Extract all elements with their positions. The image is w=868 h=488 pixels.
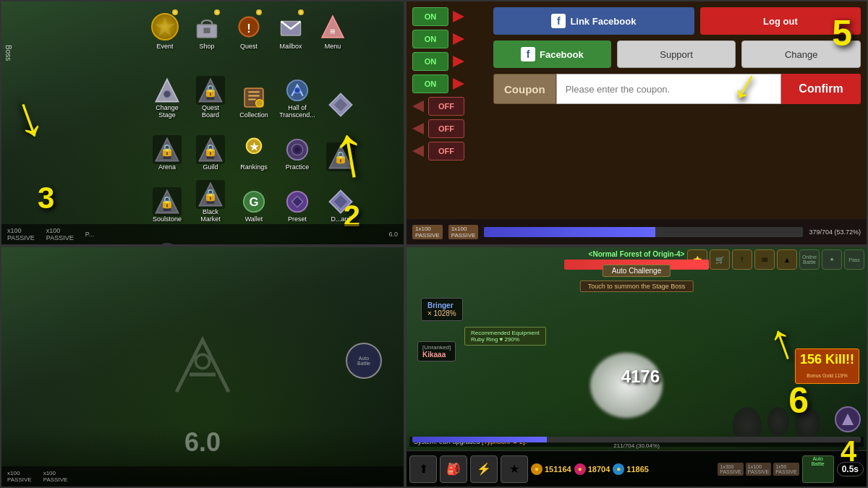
facebook-button[interactable]: f Facebook bbox=[493, 40, 611, 68]
enemy-stat: × 1028% bbox=[427, 309, 456, 317]
summon-btn[interactable]: ★ bbox=[501, 455, 528, 483]
mini-shop-icon[interactable]: 🛒 bbox=[710, 249, 730, 270]
passive-2: x100PASSIVE bbox=[46, 227, 74, 241]
auto-battle-btn-br[interactable]: AutoBattle bbox=[802, 455, 834, 483]
menu-item-event[interactable]: Event bbox=[146, 12, 184, 50]
grid-item-soulstone[interactable]: 🔒 Soulstone bbox=[146, 174, 188, 225]
toggle-row-3: ON bbox=[412, 52, 464, 71]
online-battle-icon[interactable]: OnlineBattle bbox=[799, 249, 820, 270]
progress-bar-br: 211/704 (30.04%) bbox=[407, 435, 867, 450]
toggle-5[interactable]: OFF bbox=[428, 97, 464, 116]
support-button[interactable]: Support bbox=[617, 40, 736, 68]
toggle-3[interactable]: ON bbox=[412, 52, 448, 71]
menu-item-quest[interactable]: ! Quest bbox=[230, 12, 268, 50]
number-5-label: 5 bbox=[832, 12, 852, 54]
passive-badge-2: 1x100PASSIVE bbox=[448, 225, 479, 239]
svg-rect-1 bbox=[204, 28, 210, 34]
menu-item-shop[interactable]: Shop bbox=[188, 12, 226, 50]
preset-icon[interactable] bbox=[835, 406, 861, 432]
toggle-row-5: OFF bbox=[412, 97, 464, 116]
menu-item-menu[interactable]: ≡ Menu bbox=[314, 12, 352, 50]
inventory-btn[interactable]: 🎒 bbox=[440, 455, 467, 483]
passive-b1: 1x300PASSIVE bbox=[718, 463, 743, 476]
toggle-row-6: OFF bbox=[412, 119, 464, 138]
auto-challenge[interactable]: Auto Challenge bbox=[603, 265, 671, 277]
svg-text:!: ! bbox=[247, 22, 251, 35]
bottom-game-bar: ⬆ 🎒 ⚡ ★ ● 151164 ● 18704 ● 11865 1x300PA… bbox=[407, 450, 867, 487]
ruby-resource: ● 18704 bbox=[574, 463, 610, 475]
grid-item-wallet[interactable]: G Wallet bbox=[233, 174, 275, 225]
mini-quest-icon[interactable]: ! bbox=[732, 249, 752, 270]
grid-item-practice[interactable]: Practice bbox=[276, 122, 318, 173]
damage-number: 4176 bbox=[621, 367, 660, 387]
top-right-panel: ON ON ON ON OFF OFF bbox=[405, 0, 868, 246]
menu-item-mailbox[interactable]: Mailbox bbox=[272, 12, 310, 50]
skill-btn[interactable]: ⚡ bbox=[470, 455, 498, 483]
collection-label: Collection bbox=[239, 112, 268, 119]
upgrade-btn[interactable]: ⬆ bbox=[409, 455, 437, 483]
lock-icon: 🔒 bbox=[153, 187, 182, 216]
svg-text:G: G bbox=[250, 196, 259, 210]
grid-item-blackmarket[interactable]: 🔒 BlackMarket bbox=[190, 174, 231, 225]
toggle-2[interactable]: ON bbox=[412, 30, 448, 48]
grid-item-guild[interactable]: 🔒 Guild bbox=[190, 122, 231, 173]
mini-menu-icon[interactable]: ▲ bbox=[777, 249, 797, 270]
questboard-label: QuestBoard bbox=[202, 105, 219, 119]
event-icon bbox=[151, 13, 179, 40]
toggle-row-4: ON bbox=[412, 74, 464, 93]
enemy-blob-2 bbox=[767, 407, 789, 436]
summon-boss[interactable]: Touch to summon the Stage Boss bbox=[580, 281, 694, 292]
kill-count-badge: 156 Kill!! Bonus Gold 119% bbox=[795, 348, 859, 384]
mini-menu-bar: ⭐ 🛒 ! ✉ ▲ OnlineBattle ★ Pass bbox=[685, 247, 867, 272]
toggle-arrow-5 bbox=[412, 100, 424, 112]
grid-item-rankings[interactable]: ★ Rankings bbox=[233, 122, 275, 173]
toggle-arrow-4 bbox=[453, 78, 464, 90]
kill-sub: Bonus Gold 119% bbox=[807, 373, 847, 378]
coupon-label: Coupon bbox=[493, 74, 556, 104]
passive-badge-1: 1x100PASSIVE bbox=[412, 225, 443, 239]
grid-item-questboard[interactable]: 🔒 QuestBoard bbox=[190, 70, 231, 121]
game-version-tl: 6.0 bbox=[388, 231, 398, 238]
mini-mail-icon[interactable]: ✉ bbox=[754, 249, 775, 270]
blackmarket-label: BlackMarket bbox=[200, 209, 221, 223]
game-logo bbox=[159, 322, 246, 412]
progress-fill bbox=[484, 227, 655, 237]
svg-point-13 bbox=[256, 100, 263, 107]
progress-area: 1x100PASSIVE 1x100PASSIVE 379/704 (53.72… bbox=[407, 219, 867, 244]
toggle-7[interactable]: OFF bbox=[428, 142, 464, 160]
practice-label: Practice bbox=[286, 164, 310, 171]
progress-bar bbox=[484, 227, 803, 237]
toggle-1[interactable]: ON bbox=[412, 7, 448, 26]
confirm-button[interactable]: Confirm bbox=[781, 74, 861, 104]
social-area: f Link Facebook Log out f Facebook Suppo… bbox=[493, 7, 861, 104]
toggle-arrow-2 bbox=[453, 33, 464, 45]
grid-item-preset[interactable]: Preset bbox=[276, 174, 318, 225]
diamond-icon: ● bbox=[613, 463, 624, 475]
player-info: [Unranked] Kikaaa bbox=[417, 341, 456, 361]
progress-text: 379/704 (53.72%) bbox=[809, 228, 861, 236]
toggle-arrow-6 bbox=[412, 123, 424, 134]
toggle-row-1: ON bbox=[412, 7, 464, 26]
pass-icon[interactable]: Pass bbox=[844, 249, 864, 270]
hall-label: Hall ofTranscend... bbox=[279, 105, 315, 119]
diamond-resource: ● 11865 bbox=[613, 463, 649, 475]
auto-battle-button[interactable]: AutoBattle bbox=[346, 343, 382, 379]
arrow-3: ↑ bbox=[5, 88, 55, 160]
number-3-label: 3 bbox=[38, 181, 54, 215]
toggle-row-2: ON bbox=[412, 30, 464, 48]
grid-item-collection[interactable]: Collection bbox=[233, 70, 275, 121]
link-facebook-button[interactable]: f Link Facebook bbox=[493, 7, 694, 35]
player-rank: [Unranked] bbox=[422, 344, 451, 351]
progress-text-br: 211/704 (30.04%) bbox=[412, 442, 861, 449]
toggle-6[interactable]: OFF bbox=[428, 119, 464, 138]
notification-dot bbox=[256, 9, 262, 15]
reward-icon[interactable]: ★ bbox=[822, 249, 842, 270]
grid-item-hall[interactable]: Hall ofTranscend... bbox=[276, 70, 318, 121]
boss-label: Boss bbox=[4, 45, 12, 61]
toggle-4[interactable]: ON bbox=[412, 74, 448, 93]
grid-item-changestage[interactable]: ChangeStage bbox=[146, 70, 188, 121]
enemy-info: Bringer × 1028% bbox=[421, 298, 463, 321]
diamond-amount: 11865 bbox=[626, 465, 649, 474]
wallet-label: Wallet bbox=[245, 216, 263, 223]
grid-item-arena[interactable]: 🔒 Arena bbox=[146, 122, 188, 173]
